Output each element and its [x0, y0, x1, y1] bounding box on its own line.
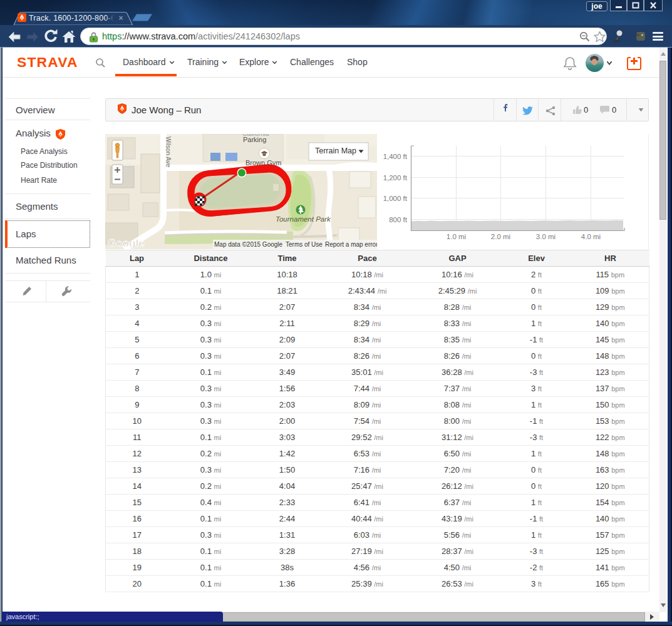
svg-text:800 ft: 800 ft: [389, 216, 408, 223]
svg-text:Tournament Park: Tournament Park: [276, 215, 331, 223]
svg-text:Terrain Map: Terrain Map: [315, 146, 356, 155]
svg-text:California: California: [242, 134, 269, 137]
svg-text:3.0 mi: 3.0 mi: [536, 233, 556, 240]
svg-text:1,200 ft: 1,200 ft: [383, 174, 408, 182]
svg-text:4.0 mi: 4.0 mi: [581, 233, 601, 240]
svg-text:Brown Gym: Brown Gym: [246, 159, 281, 167]
svg-text:1.0 mi: 1.0 mi: [447, 233, 466, 240]
svg-text:Google: Google: [108, 237, 145, 249]
svg-text:Parking: Parking: [243, 136, 266, 143]
svg-text:Report a map error: Report a map error: [325, 241, 378, 248]
svg-text:1,400 ft: 1,400 ft: [383, 153, 408, 160]
svg-text:2.0 mi: 2.0 mi: [491, 233, 510, 240]
svg-text:1,000 ft: 1,000 ft: [383, 195, 408, 202]
svg-text:Wilson Ave: Wilson Ave: [165, 136, 172, 168]
svg-text:Terms of Use: Terms of Use: [286, 241, 323, 248]
svg-text:Map data ©2015 Google: Map data ©2015 Google: [214, 241, 283, 248]
